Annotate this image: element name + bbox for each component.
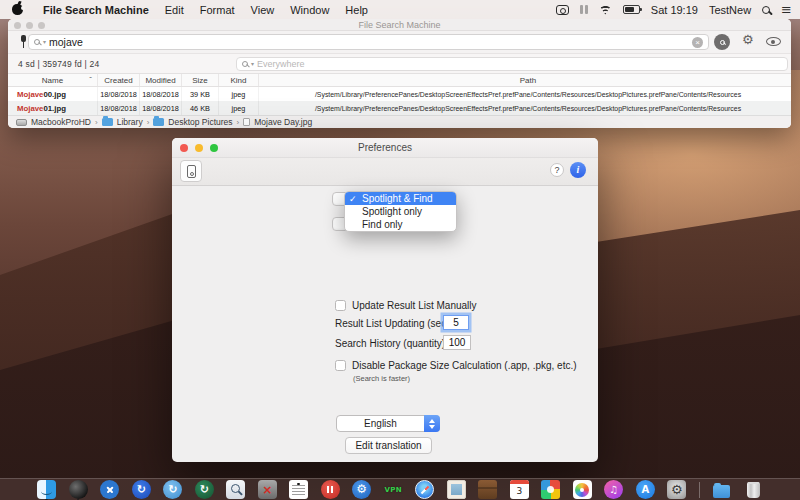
dock-icon-safari[interactable] [415,480,434,499]
dock-icon-system-preferences[interactable]: ⚙ [667,480,686,499]
minimize-button[interactable] [195,144,203,152]
dock-icon-calendar[interactable]: 3 [510,480,529,499]
wifi-icon[interactable] [599,5,612,15]
search-stats: 4 sd | 359749 fd | 24 [18,59,99,69]
search-scope-chevron-icon[interactable]: ▾ [43,39,46,45]
notification-center-icon[interactable]: ≡ [781,5,792,15]
downloads-folder-icon [713,485,730,498]
dock-icon-sync-blue[interactable]: ↻ [132,480,151,499]
dock-icon-trash-x-app[interactable]: × [258,480,277,499]
window-controls[interactable] [180,144,218,152]
minimize-button[interactable] [26,22,33,29]
dock-icon-search-app[interactable] [226,480,245,499]
clear-search-button[interactable]: × [692,37,703,48]
menu-user[interactable]: TestNew [709,4,751,16]
start-search-button[interactable] [714,34,730,50]
menu-edit[interactable]: Edit [165,4,184,16]
dock-icon-downloads-folder[interactable] [712,480,731,499]
settings-gear-icon[interactable]: ⚙ [742,32,754,47]
dock-icon-trash[interactable] [744,480,763,499]
dock-icon-pause-app[interactable] [321,480,340,499]
scope-input[interactable] [257,59,782,69]
file-search-machine-window: File Search Machine ▾ × ⚙ 4 sd | 359749 … [8,19,791,128]
folder-icon [153,118,164,126]
column-name[interactable]: Nameˆ [8,74,98,86]
pin-icon[interactable] [20,35,27,48]
breadcrumb-folder[interactable]: Library [117,117,143,127]
update-manually-checkbox[interactable] [335,300,346,311]
menu-help[interactable]: Help [345,4,368,16]
screen-capture-icon[interactable] [556,5,569,15]
breadcrumb-file[interactable]: Mojave Day.jpg [254,117,312,127]
scope-magnifier-icon [242,61,248,67]
sort-ascending-icon[interactable]: ˆ [89,75,92,84]
menu-item-spotlight-and-find[interactable]: ✓ Spotlight & Find [345,192,456,205]
apple-menu-icon[interactable] [12,4,23,15]
dock-icon-collage-app[interactable] [541,480,560,499]
preferences-titlebar[interactable]: Preferences [172,138,598,158]
dock-icon-wallet-app[interactable] [478,480,497,499]
dock-icon-vpn[interactable]: VPN [384,480,403,499]
disable-package-checkbox[interactable] [335,360,346,371]
magnifier-icon [720,40,725,45]
dock-icon-sync-green[interactable]: ↻ [195,480,214,499]
cell-size: 46 KB [182,101,219,115]
zoom-button[interactable] [38,22,45,29]
table-row[interactable]: Mojave 01.jpg 18/08/2018 18/08/2018 46 K… [8,101,791,115]
file-name-suffix: 01.jpg [43,104,66,113]
breadcrumb-folder[interactable]: Desktop Pictures [168,117,232,127]
dock-icon-mail-stamp[interactable] [447,480,466,499]
general-tab-button[interactable] [180,160,202,182]
menu-app-name[interactable]: File Search Machine [43,4,149,16]
filter-row: 4 sd | 359749 fd | 24 ▾ [8,53,791,73]
menu-format[interactable]: Format [200,4,235,16]
info-button[interactable]: i [570,162,586,178]
menu-window[interactable]: Window [290,4,329,16]
menu-item-spotlight-only[interactable]: Spotlight only [345,205,456,218]
dock-icon-sync-light[interactable]: ↻ [163,480,182,499]
column-created[interactable]: Created [98,74,140,86]
dock-icon-photos[interactable] [573,480,592,499]
spotlight-search-icon[interactable] [762,6,770,14]
search-input[interactable] [49,36,689,48]
preview-eye-icon[interactable] [766,37,781,46]
menu-clock[interactable]: Sat 19:19 [651,4,698,16]
dock-icon-gear-wrench-app[interactable]: ⚙ [352,480,371,499]
cell-path: /System/Library/PreferencePanes/DesktopS… [259,87,791,101]
dock-icon-app-store[interactable]: A [636,480,655,499]
help-button[interactable]: ? [550,163,564,177]
columns-status-icon[interactable] [580,5,588,14]
search-field[interactable]: ▾ × [28,34,709,50]
cell-created: 18/08/2018 [98,87,140,101]
result-list-updating-input[interactable] [443,315,469,330]
menu-item-find-only[interactable]: Find only [345,218,456,231]
dock-icon-tools-app[interactable] [100,480,119,499]
scope-field[interactable]: ▾ [236,57,788,71]
main-toolbar: ▾ × ⚙ [8,31,791,53]
zoom-button[interactable] [210,144,218,152]
breadcrumb-disk[interactable]: MacbookProHD [31,117,91,127]
preferences-window: Preferences ? i ✓ Spotlight & Find Spotl… [172,138,598,462]
preferences-title: Preferences [172,138,598,158]
table-row[interactable]: Mojave 00.jpg 18/08/2018 18/08/2018 39 K… [8,87,791,101]
battery-icon[interactable] [623,5,640,14]
close-button[interactable] [180,144,188,152]
column-kind[interactable]: Kind [219,74,259,86]
close-button[interactable] [14,22,21,29]
column-path[interactable]: Path [259,74,791,86]
dock-icon-bird-app[interactable] [69,480,88,499]
dock-icon-finder[interactable] [37,480,56,499]
search-history-input[interactable] [443,335,471,350]
window-controls[interactable] [14,22,45,29]
column-size[interactable]: Size [182,74,219,86]
main-window-titlebar[interactable]: File Search Machine [8,19,791,31]
language-popup-button[interactable]: English [336,415,440,432]
edit-translation-button[interactable]: Edit translation [345,437,432,454]
update-manually-label: Update Result List Manually [352,300,477,311]
column-modified[interactable]: Modified [140,74,182,86]
dock-icon-music[interactable]: ♫ [604,480,623,499]
file-name-highlight: Mojave [17,104,43,113]
dock-icon-textedit[interactable] [289,480,308,499]
menu-view[interactable]: View [251,4,275,16]
scope-chevron-icon[interactable]: ▾ [251,61,254,67]
